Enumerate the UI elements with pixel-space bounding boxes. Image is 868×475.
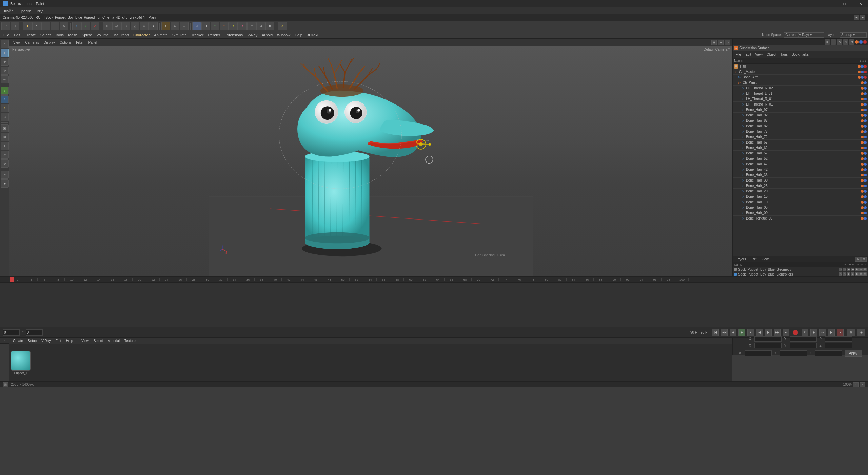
timeline-content[interactable] <box>0 283 868 327</box>
rp-icon-color2[interactable] <box>859 40 863 44</box>
magnet-tool[interactable]: ≡ <box>1 142 9 150</box>
bm-material[interactable]: Material <box>106 339 122 343</box>
layers-view-btn[interactable]: View <box>760 257 770 261</box>
apply-button[interactable]: Apply <box>845 350 862 357</box>
playback-btn[interactable]: ▶ <box>828 329 835 336</box>
lc-icon4[interactable]: ◆ <box>851 272 854 276</box>
obj-bone-hair-67[interactable]: ▷ Bone_Hair_67 <box>733 140 868 145</box>
x-scale-input[interactable] <box>754 343 782 348</box>
obj-bone-hair-82[interactable]: ▷ Bone_Hair_82 <box>733 124 868 129</box>
z-rot-input[interactable] <box>815 350 842 356</box>
close-button[interactable]: ✕ <box>853 0 868 7</box>
stop-btn[interactable]: ■ <box>747 329 754 336</box>
display2-btn[interactable]: ◑ <box>201 22 210 30</box>
sub-frame-input[interactable] <box>26 329 43 336</box>
maximize-button[interactable]: □ <box>837 0 852 7</box>
rp-icon-3[interactable]: ⊕ <box>837 39 842 45</box>
poly-mode[interactable]: □ <box>51 22 59 30</box>
menu-mograph[interactable]: MoGraph <box>111 32 131 38</box>
layers-btn[interactable]: Layers <box>734 257 748 261</box>
lc-icon2[interactable]: □ <box>843 272 846 276</box>
menu-edit2[interactable]: Edit <box>12 32 22 38</box>
current-frame-input[interactable] <box>3 329 20 336</box>
status-icon[interactable]: ⊞ <box>3 382 8 387</box>
filter-menu[interactable]: Filter <box>74 40 85 45</box>
loop-btn[interactable]: ↻ <box>802 329 808 336</box>
lc-icon3[interactable]: ▶ <box>847 272 850 276</box>
om-object[interactable]: Object <box>765 52 778 57</box>
brush-tool[interactable]: ▣ <box>1 124 9 132</box>
subdivision-surface-row[interactable]: ◈ Subdivision Surface <box>733 45 868 51</box>
knife-tool[interactable]: ⊞ <box>1 133 9 141</box>
material-1[interactable]: Puppet_1 <box>11 351 31 375</box>
obj-bone-hair-20[interactable]: ▷ Bone_Hair_20 <box>733 189 868 194</box>
obj-ctr-wrist[interactable]: ▷ Ctr_Wrist <box>733 80 868 86</box>
prev-frame-btn[interactable]: ◀ <box>730 329 736 336</box>
menu-render[interactable]: Render <box>206 32 222 38</box>
menu-window[interactable]: Window <box>275 32 292 38</box>
y-pos-input[interactable] <box>790 336 817 342</box>
l-icon3[interactable]: ▶ <box>847 268 850 271</box>
snap4-btn[interactable]: △ <box>131 22 139 30</box>
obj-lh-thread-r01b[interactable]: ▷ LH_Thread_R_01 <box>733 102 868 107</box>
view-menu[interactable]: View <box>12 40 22 45</box>
playhead-marker[interactable] <box>10 277 14 282</box>
obj-lh-thread-r01a[interactable]: ▷ LH_Thread_R_01 <box>733 96 868 102</box>
menu-3dtoki[interactable]: 3DToki <box>305 32 320 38</box>
rotate-btn[interactable]: Z <box>91 22 99 30</box>
vp-icon1[interactable]: ⊞ <box>711 40 717 45</box>
menu-mesh[interactable]: Mesh <box>66 32 79 38</box>
obj-bone-hair-42[interactable]: ▷ Bone_Hair_42 <box>733 167 868 172</box>
minimize-button[interactable]: ─ <box>821 0 836 7</box>
go-to-start-btn[interactable]: |◀ <box>712 329 719 336</box>
layout-dropdown[interactable]: Startup ▾ <box>840 32 867 38</box>
l-icon5[interactable]: ◐ <box>855 268 859 271</box>
light-btn[interactable]: ☀ <box>278 22 287 30</box>
next-frame-btn[interactable]: ▶ <box>765 329 772 336</box>
layers-edit-btn[interactable]: Edit <box>749 257 758 261</box>
display9-btn[interactable]: ▣ <box>265 22 274 30</box>
extra-btn2[interactable]: ◉ <box>1 179 9 188</box>
geometry-tool[interactable]: S <box>1 87 9 95</box>
menu-vray[interactable]: V-Ray <box>245 32 259 38</box>
obj-bone-hair-92[interactable]: ▷ Bone_Hair_92 <box>733 113 868 118</box>
lc-icon1[interactable]: □ <box>839 272 842 276</box>
object-mode[interactable]: ⊕ <box>60 22 68 30</box>
bm-help[interactable]: Help <box>64 339 75 343</box>
move-btn[interactable]: X <box>72 22 81 30</box>
om-view[interactable]: View <box>753 52 764 57</box>
snap6-btn[interactable]: ♦ <box>149 22 158 30</box>
obj-bone-hair-77[interactable]: ▷ Bone_Hair_77 <box>733 129 868 134</box>
panel-menu[interactable]: Panel <box>87 40 99 45</box>
obj-bone-hair-15[interactable]: ▷ Bone_Hair_15 <box>733 194 868 200</box>
render3-btn[interactable]: □ <box>180 22 189 30</box>
om-tags[interactable]: Tags <box>779 52 789 57</box>
obj-bone-tongue-00[interactable]: ▷ Bone_Tongue_00 <box>733 216 868 221</box>
obj-ctr-master[interactable]: ▷ Ctr_Master <box>733 69 868 75</box>
record-btn[interactable] <box>793 330 798 335</box>
keyframe-btn[interactable]: ◆ <box>810 329 817 336</box>
rp-icon-1[interactable]: ⊞ <box>825 39 830 45</box>
menu-help[interactable]: Help <box>293 32 304 38</box>
snap2-btn[interactable]: ◎ <box>112 22 121 30</box>
menu-animate[interactable]: Animate <box>152 32 170 38</box>
go-to-end-btn[interactable]: ▶| <box>783 329 789 336</box>
motion-btn[interactable]: 〜 <box>819 329 826 336</box>
l-icon4[interactable]: ◆ <box>851 268 854 271</box>
snap-btn[interactable]: ⊞ <box>103 22 112 30</box>
x-pos-input[interactable] <box>754 336 782 342</box>
display-btn[interactable]: □ <box>192 22 201 30</box>
bm-view[interactable]: View <box>79 339 91 343</box>
bm-vray[interactable]: V-Ray <box>39 339 53 343</box>
menu-file[interactable]: Файл <box>1 8 16 14</box>
obj-lh-thread-r02[interactable]: ▷ LH_Thread_R_02 <box>733 86 868 91</box>
p-pos-input[interactable] <box>825 336 852 342</box>
menu-tools[interactable]: Tools <box>53 32 66 38</box>
obj-hair[interactable]: H Hair <box>733 64 868 69</box>
cursor-btn[interactable]: ↖ <box>1 40 9 48</box>
display-menu[interactable]: Display <box>42 40 57 45</box>
menu-tracker[interactable]: Tracker <box>189 32 206 38</box>
obj-bone-hair-62[interactable]: ▷ Bone_Hair_62 <box>733 145 868 151</box>
extra1[interactable]: ⊞ <box>847 329 855 336</box>
zoom-in-btn[interactable]: + <box>860 382 865 387</box>
